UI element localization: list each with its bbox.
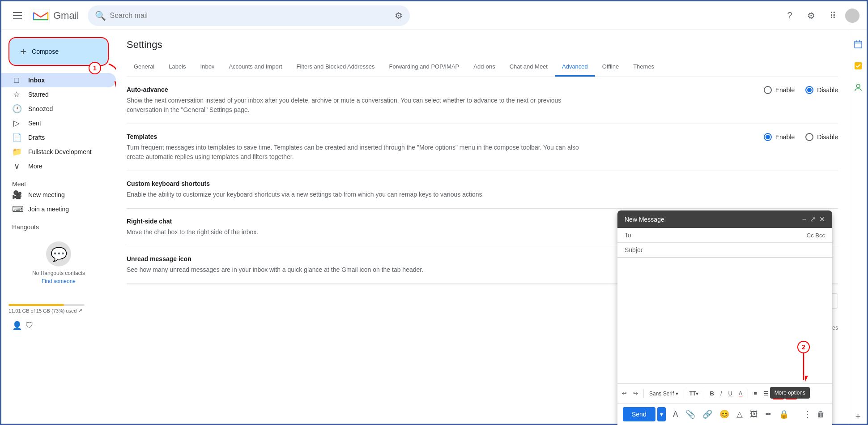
templates-enable-label: Enable	[775, 133, 795, 141]
sidebar-item-more[interactable]: ∨ More	[1, 159, 116, 173]
auto-advance-desc: Show the next conversation instead of yo…	[127, 96, 596, 115]
templates-enable-radio[interactable]	[764, 133, 772, 141]
send-button[interactable]: Send	[623, 407, 655, 421]
underline-button[interactable]: U	[725, 388, 735, 399]
bulleted-list-button[interactable]: ≣	[772, 387, 784, 399]
account-icon[interactable]: 👤	[12, 321, 22, 331]
templates-desc: Turn frequent messages into templates to…	[127, 143, 596, 162]
send-dropdown-button[interactable]: ▾	[657, 407, 666, 421]
templates-section: Templates Turn frequent messages into te…	[127, 124, 838, 171]
tab-chat[interactable]: Chat and Meet	[502, 58, 555, 77]
close-compose-icon[interactable]: ✕	[819, 215, 825, 223]
templates-disable[interactable]: Disable	[805, 133, 838, 141]
contacts-side-icon[interactable]	[851, 80, 865, 94]
auto-advance-disable[interactable]: Disable	[805, 86, 838, 94]
new-meeting-item[interactable]: 🎥 New meeting	[1, 188, 116, 202]
emoji-icon[interactable]: 😊	[718, 408, 731, 421]
chevron-down-icon: ∨	[12, 161, 21, 171]
confidential-mode-icon[interactable]: 🔒	[777, 408, 791, 421]
compose-body[interactable]	[617, 258, 832, 383]
minimize-icon[interactable]: −	[802, 215, 806, 223]
undo-button[interactable]: ↩	[619, 388, 630, 399]
search-bar: 🔍 ⚙	[88, 5, 410, 26]
attach-file-icon[interactable]: 📎	[684, 408, 697, 421]
format-text-icon[interactable]: A	[671, 408, 680, 421]
add-side-icon[interactable]: +	[851, 409, 865, 424]
sidebar-item-inbox[interactable]: □ Inbox	[1, 73, 116, 87]
insert-link-icon[interactable]: 🔗	[701, 408, 714, 421]
italic-button[interactable]: I	[718, 388, 725, 399]
to-input[interactable]	[642, 232, 807, 239]
to-field[interactable]: To Cc Bcc	[617, 228, 832, 243]
unread-desc: See how many unread messages are in your…	[127, 265, 596, 275]
compose-title: New Message	[625, 216, 802, 223]
hangouts-empty-text: No Hangouts contacts	[32, 270, 85, 276]
more-options-button[interactable]: ⋮ More options	[802, 408, 813, 421]
insert-photo-icon[interactable]: 🖼	[748, 408, 760, 421]
compose-toolbar: ↩ ↪ Sans Serif ▾ TT ▾ B I U A ≡ ☰ ≣ ⇥ ▾	[617, 383, 832, 403]
templates-enable[interactable]: Enable	[764, 133, 795, 141]
search-input[interactable]	[110, 12, 391, 20]
templates-controls: Enable Disable	[749, 133, 838, 141]
join-meeting-item[interactable]: ⌨ Join a meeting	[1, 202, 116, 216]
sidebar-item-snoozed[interactable]: 🕐 Snoozed	[1, 102, 116, 116]
insert-signature-icon[interactable]: ✒	[763, 408, 774, 421]
auto-advance-controls: Enable Disable	[749, 86, 838, 94]
tasks-side-icon[interactable]	[851, 59, 865, 73]
shield-icon[interactable]: 🛡	[26, 321, 34, 331]
tab-general[interactable]: General	[127, 58, 162, 77]
disable-radio[interactable]	[805, 86, 813, 94]
drafts-label: Drafts	[28, 134, 45, 141]
folder-icon: 📁	[12, 147, 21, 157]
compose-label: Compose	[32, 48, 59, 55]
font-selector[interactable]: Sans Serif ▾	[647, 389, 681, 399]
numbered-list-button[interactable]: ☰	[761, 388, 771, 399]
unread-name: Unread message icon	[127, 255, 596, 262]
tab-filters[interactable]: Filters and Blocked Addresses	[289, 58, 382, 77]
hangouts-find-link[interactable]: Find someone	[42, 278, 76, 284]
settings-button[interactable]: ⚙	[802, 7, 820, 25]
expand-icon[interactable]: ⤢	[810, 215, 816, 223]
enable-radio[interactable]	[764, 86, 772, 94]
sidebar-item-drafts[interactable]: 📄 Drafts	[1, 130, 116, 145]
bold-button[interactable]: B	[707, 388, 716, 399]
auto-advance-enable[interactable]: Enable	[764, 86, 795, 94]
discard-button[interactable]: 🗑	[815, 408, 827, 421]
join-meeting-label: Join a meeting	[28, 206, 69, 213]
help-button[interactable]: ?	[781, 7, 799, 25]
search-filter-icon[interactable]: ⚙	[395, 10, 403, 21]
indent-button[interactable]: ⇥	[785, 387, 797, 399]
hamburger-menu[interactable]	[9, 7, 26, 25]
redo-button[interactable]: ↪	[630, 388, 641, 399]
user-avatar[interactable]	[845, 9, 859, 23]
font-size-button[interactable]: TT ▾	[687, 389, 702, 399]
compose-header-icons: − ⤢ ✕	[802, 215, 825, 223]
settings-title: Settings	[127, 39, 838, 51]
cc-bcc-label[interactable]: Cc Bcc	[807, 232, 825, 239]
tab-themes[interactable]: Themes	[626, 58, 661, 77]
align-button[interactable]: ≡	[751, 388, 760, 399]
tab-offline[interactable]: Offline	[595, 58, 626, 77]
calendar-side-icon[interactable]	[851, 37, 865, 52]
apps-button[interactable]: ⠿	[824, 7, 842, 25]
external-link-icon[interactable]: ↗	[78, 308, 82, 313]
drive-icon[interactable]: △	[735, 408, 745, 421]
unread-info: Unread message icon See how many unread …	[127, 255, 596, 275]
subject-field[interactable]: Subject	[617, 243, 832, 258]
more-formatting-button[interactable]: ▾	[798, 388, 807, 399]
sidebar-item-starred[interactable]: ☆ Starred	[1, 87, 116, 102]
compose-send-bar: Send ▾ A 📎 🔗 😊 △ 🖼 ✒ 🔒 ⋮ More options 🗑	[617, 403, 832, 425]
tab-inbox[interactable]: Inbox	[193, 58, 222, 77]
tab-advanced[interactable]: Advanced	[555, 58, 595, 77]
text-color-button[interactable]: A	[736, 388, 745, 399]
compose-header[interactable]: New Message − ⤢ ✕	[617, 210, 832, 228]
hangouts-section: Hangouts 💬 No Hangouts contacts Find som…	[1, 216, 116, 299]
templates-disable-radio[interactable]	[805, 133, 813, 141]
sidebar-item-fullstack[interactable]: 📁 Fullstack Development	[1, 145, 116, 159]
tab-accounts[interactable]: Accounts and Import	[221, 58, 289, 77]
sidebar-item-sent[interactable]: ▷ Sent	[1, 116, 116, 130]
tab-forwarding[interactable]: Forwarding and POP/IMAP	[382, 58, 466, 77]
subject-input[interactable]	[642, 246, 825, 253]
tab-labels[interactable]: Labels	[162, 58, 193, 77]
tab-addons[interactable]: Add-ons	[466, 58, 502, 77]
